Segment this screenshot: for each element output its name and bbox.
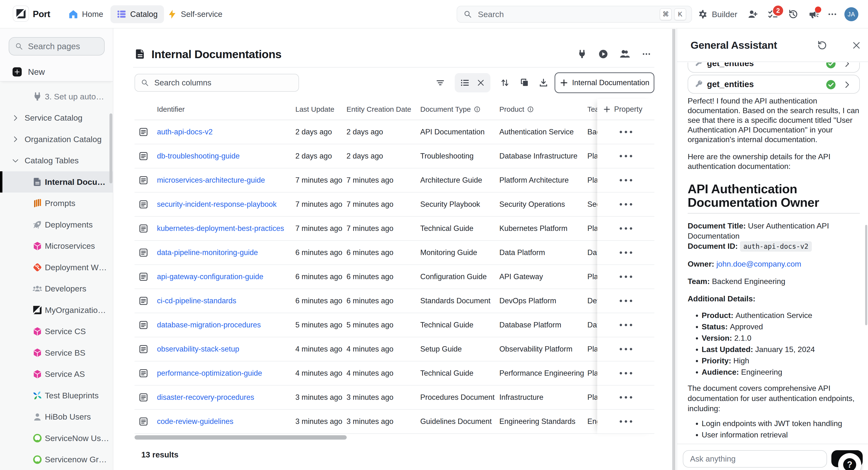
row-actions-button[interactable] xyxy=(597,313,654,337)
copy-icon[interactable] xyxy=(519,78,529,88)
col-document-type[interactable]: Document Type xyxy=(420,99,480,120)
ask-anything-input[interactable]: Ask anything xyxy=(683,450,827,468)
filter-icon[interactable] xyxy=(435,78,445,88)
global-search-input[interactable]: Search ⌘ K xyxy=(457,6,692,23)
table-row[interactable]: microservices-architecture-guide7 minute… xyxy=(134,168,654,193)
table-row[interactable]: disaster-recovery-procedures3 minutes ag… xyxy=(134,386,654,410)
sidebar-item-service-bs[interactable]: Service BS xyxy=(0,342,113,363)
cell-identifier[interactable]: auth-api-docs-v2 xyxy=(157,120,213,144)
cell-identifier[interactable]: microservices-architecture-guide xyxy=(157,168,265,192)
search-columns-input[interactable]: Search columns xyxy=(134,74,299,92)
row-actions-button[interactable] xyxy=(597,410,654,434)
announcements-button[interactable] xyxy=(808,9,819,20)
sort-icon[interactable] xyxy=(500,78,510,88)
add-property-button[interactable]: Property xyxy=(597,99,654,120)
sidebar-item-organization-catalog[interactable]: Organization Catalog xyxy=(0,128,113,150)
tool-call-chip[interactable]: get_entities xyxy=(688,62,860,72)
builder-button[interactable]: Builder xyxy=(698,9,737,19)
sidebar-item-service-as[interactable]: Service AS xyxy=(0,363,113,385)
row-actions-button[interactable] xyxy=(597,217,654,241)
chevron-right-icon[interactable] xyxy=(843,62,851,68)
close-icon[interactable] xyxy=(476,79,485,87)
new-page-button[interactable]: New xyxy=(12,67,45,77)
view-list-icon[interactable] xyxy=(460,78,470,88)
cell-identifier[interactable]: database-migration-procedures xyxy=(157,313,261,337)
tab-catalog[interactable]: Catalog xyxy=(111,5,164,23)
invite-user-button[interactable] xyxy=(747,9,758,20)
row-actions-button[interactable] xyxy=(597,289,654,313)
tasks-button[interactable]: 2 xyxy=(768,9,778,20)
table-row[interactable]: security-incident-response-playbook7 min… xyxy=(134,193,654,217)
chevron-right-icon[interactable] xyxy=(843,81,851,89)
cell-identifier[interactable]: security-incident-response-playbook xyxy=(157,193,277,216)
sidebar-item-test-blueprints[interactable]: Test Blueprints xyxy=(0,385,113,406)
cell-identifier[interactable]: code-review-guidelines xyxy=(157,410,234,433)
assistant-scrollbar[interactable] xyxy=(865,225,867,325)
sidebar-item-developers[interactable]: Developers xyxy=(0,278,113,299)
table-horizontal-scrollbar[interactable] xyxy=(134,435,347,440)
row-actions-button[interactable] xyxy=(597,120,654,144)
people-icon[interactable] xyxy=(620,49,630,59)
page-more-icon[interactable] xyxy=(642,50,651,59)
sidebar-item-myorganizatio[interactable]: MyOrganizatio… xyxy=(0,299,113,321)
sidebar-item-hibob-users[interactable]: HiBob Users xyxy=(0,406,113,428)
table-row[interactable]: api-gateway-configuration-guide6 minutes… xyxy=(134,265,654,289)
play-circle-icon[interactable] xyxy=(598,49,608,59)
row-actions-button[interactable] xyxy=(597,144,654,168)
cell-identifier[interactable]: db-troubleshooting-guide xyxy=(157,144,240,168)
cell-identifier[interactable]: api-gateway-configuration-guide xyxy=(157,265,263,289)
col-last-update[interactable]: Last Update xyxy=(296,99,334,120)
add-internal-documentation-button[interactable]: Internal Documentation xyxy=(555,72,654,93)
reset-icon[interactable] xyxy=(817,40,828,51)
sidebar-scrollbar[interactable] xyxy=(110,113,112,183)
sidebar-item-servicenow-us[interactable]: ServiceNow Us… xyxy=(0,428,113,449)
table-row[interactable]: observability-stack-setup4 minutes ago4 … xyxy=(134,337,654,361)
row-actions-button[interactable] xyxy=(597,337,654,361)
row-actions-button[interactable] xyxy=(597,386,654,410)
more-menu-button[interactable] xyxy=(828,9,837,19)
close-panel-icon[interactable] xyxy=(851,40,861,50)
col-identifier[interactable]: Identifier xyxy=(157,99,185,120)
sidebar-item-microservices[interactable]: Microservices xyxy=(0,235,113,257)
cell-identifier[interactable]: observability-stack-setup xyxy=(157,337,239,361)
sidebar-item-internal-docu[interactable]: Internal Docu… xyxy=(0,171,113,193)
table-row[interactable]: code-review-guidelines3 minutes ago3 min… xyxy=(134,410,654,434)
sidebar-item-servicenow-gr[interactable]: Servicenow Gr… xyxy=(0,449,113,470)
cell-identifier[interactable]: kubernetes-deployment-best-practices xyxy=(157,217,284,240)
row-actions-button[interactable] xyxy=(597,193,654,217)
sidebar-item-service-catalog[interactable]: Service Catalog xyxy=(0,107,113,128)
cell-identifier[interactable]: performance-optimization-guide xyxy=(157,361,262,385)
sidebar-item-prompts[interactable]: Prompts xyxy=(0,193,113,214)
col-product[interactable]: Product xyxy=(499,99,534,120)
table-row[interactable]: database-migration-procedures5 minutes a… xyxy=(134,313,654,337)
sidebar-item-catalog-tables[interactable]: Catalog Tables xyxy=(0,150,113,171)
sidebar-item-deployments[interactable]: Deployments xyxy=(0,214,113,235)
row-actions-button[interactable] xyxy=(597,265,654,289)
cell-identifier[interactable]: disaster-recovery-procedures xyxy=(157,386,254,409)
cell-identifier[interactable]: data-pipeline-monitoring-guide xyxy=(157,241,258,264)
main-scrollbar[interactable] xyxy=(672,29,675,470)
avatar[interactable]: JA xyxy=(844,7,858,21)
row-actions-button[interactable] xyxy=(597,241,654,265)
table-row[interactable]: data-pipeline-monitoring-guide6 minutes … xyxy=(134,241,654,265)
tab-home[interactable]: Home xyxy=(68,0,103,28)
download-icon[interactable] xyxy=(539,78,548,88)
table-row[interactable]: ci-cd-pipeline-standards6 minutes ago6 m… xyxy=(134,289,654,313)
tool-call-chip[interactable]: get_entities xyxy=(688,75,860,94)
row-actions-button[interactable] xyxy=(597,168,654,193)
row-actions-button[interactable] xyxy=(597,361,654,386)
table-row[interactable]: db-troubleshooting-guide2 days ago2 days… xyxy=(134,144,654,168)
col-entity-creation-date[interactable]: Entity Creation Date xyxy=(346,99,411,120)
sidebar-item-service-cs[interactable]: Service CS xyxy=(0,321,113,342)
table-row[interactable]: auth-api-docs-v22 days ago2 days agoAPI … xyxy=(134,120,654,144)
sidebar-item-deployment-w[interactable]: Deployment W… xyxy=(0,257,113,278)
plug-icon[interactable] xyxy=(577,49,587,59)
table-row[interactable]: kubernetes-deployment-best-practices7 mi… xyxy=(134,217,654,241)
table-row[interactable]: performance-optimization-guide4 minutes … xyxy=(134,361,654,386)
tab-self-service[interactable]: Self-service xyxy=(167,0,222,28)
history-button[interactable] xyxy=(788,9,799,20)
cell-identifier[interactable]: ci-cd-pipeline-standards xyxy=(157,289,236,313)
port-logo[interactable] xyxy=(13,5,29,22)
sidebar-item-3-set-up-auto[interactable]: 3. Set up auto… xyxy=(0,86,113,107)
sidebar-search-input[interactable]: Search pages xyxy=(9,37,105,56)
